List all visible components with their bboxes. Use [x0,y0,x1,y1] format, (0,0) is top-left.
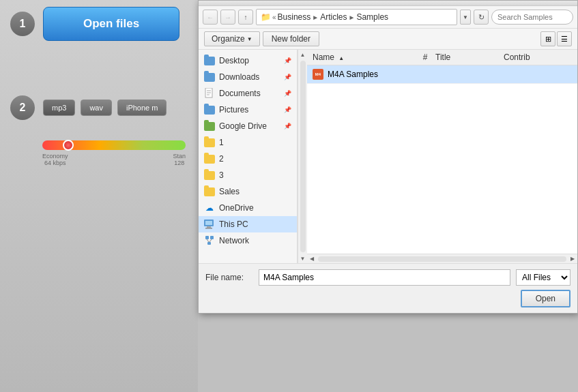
dialog-content: Desktop 📌 Downloads 📌 Documents 📌 [199,50,577,263]
sidebar-item-2[interactable]: 2 [199,151,297,167]
svg-line-11 [207,239,209,242]
documents-pin-icon: 📌 [284,90,291,97]
open-files-button[interactable]: Open files [43,7,179,41]
nav-up-button[interactable]: ↑ [238,10,253,25]
col-header-num[interactable]: # [415,52,435,62]
col-header-contrib[interactable]: Contrib [504,52,572,62]
format-mp3-button[interactable]: mp3 [43,100,75,116]
sidebar-label-googledrive: Google Drive [219,121,267,131]
breadcrumb-dropdown-button[interactable]: ▼ [460,10,471,25]
sidebar-label-onedrive: OneDrive [219,203,254,213]
sidebar-vscroll: ▲ ▼ [298,50,307,263]
downloads-icon [204,72,215,82]
sidebar-item-network[interactable]: Network [199,232,297,249]
nav-forward-button[interactable]: → [220,10,235,25]
format-iphone-button[interactable]: iPhone m [117,100,167,116]
sidebar-item-3[interactable]: 3 [199,167,297,183]
sidebar-section: Desktop 📌 Downloads 📌 Documents 📌 [199,50,307,263]
hscroll-track[interactable] [318,256,566,262]
filename-row: File name: All Files [205,269,570,286]
quality-label-standard: Stan 128 [173,153,186,166]
breadcrumb-sep3: ► [349,14,356,21]
sidebar-label-2: 2 [219,154,224,164]
filename-label: File name: [205,273,253,282]
breadcrumb-business[interactable]: Business [278,12,311,22]
file-list-body: M4 M4A Samples [307,65,577,254]
sidebar-item-googledrive[interactable]: Google Drive 📌 [199,118,297,134]
sidebar-label-documents: Documents [219,89,261,98]
sidebar-label-desktop: Desktop [219,56,249,65]
quality-slider-thumb[interactable] [63,140,74,151]
organize-label: Organize [212,34,245,44]
pictures-pin-icon: 📌 [284,106,291,113]
sidebar-label-3: 3 [219,170,224,180]
step2-number: 2 [10,95,35,120]
format-buttons: mp3 wav iPhone m [43,100,169,116]
sidebar-label-thispc: This PC [219,220,248,229]
svg-rect-9 [210,236,214,239]
vscroll-up-button[interactable]: ▲ [298,50,308,59]
downloads-pin-icon: 📌 [284,74,291,80]
file-name: M4A Samples [328,70,378,79]
sidebar-item-onedrive[interactable]: ☁ OneDrive [199,200,297,216]
view-extra-button[interactable]: ☰ [557,31,572,46]
breadcrumb-samples[interactable]: Samples [356,12,388,22]
filename-input[interactable] [259,269,510,286]
m4a-file-icon: M4 [313,69,323,80]
quality-slider-track[interactable] [42,140,186,150]
dialog-titlebar [199,1,577,6]
hscroll-bar: ◀ ▶ [307,254,577,263]
breadcrumb-sep1: « [272,14,276,21]
sidebar-item-sales[interactable]: Sales [199,183,297,200]
sidebar-label-1: 1 [219,138,224,147]
folder3-icon [204,170,215,181]
new-folder-button[interactable]: New folder [263,31,319,46]
organize-button[interactable]: Organize ▼ [204,31,260,46]
sidebar-label-sales: Sales [219,187,240,196]
svg-rect-7 [205,228,212,229]
dialog-files-panel: Name ▲ # Title Contrib M4 M4A Samples [307,50,577,263]
view-toggle-button[interactable]: ⊞ [540,31,555,46]
step2-row: 2 mp3 wav iPhone m [0,89,198,127]
refresh-button[interactable]: ↻ [474,10,489,25]
sort-arrow-icon: ▲ [338,55,344,61]
sidebar-item-1[interactable]: 1 [199,134,297,151]
googledrive-pin-icon: 📌 [284,123,291,130]
svg-rect-5 [205,221,212,225]
svg-rect-6 [207,226,211,228]
vscroll-down-button[interactable]: ▼ [298,254,308,263]
documents-icon [204,88,215,99]
open-button[interactable]: Open [521,290,570,307]
vscroll-track[interactable] [300,61,306,252]
pictures-icon [204,104,215,115]
breadcrumb-sep2: ► [312,14,319,21]
sidebar-label-network: Network [219,236,249,245]
nav-back-button[interactable]: ← [203,10,218,25]
filetype-select[interactable]: All Files [516,269,570,286]
col-header-name[interactable]: Name ▲ [313,52,415,62]
app-background: 1 Open files 2 mp3 wav iPhone m Economy … [0,0,198,392]
table-row[interactable]: M4 M4A Samples [307,65,577,84]
sidebar-item-thispc[interactable]: This PC [199,216,297,232]
svg-rect-10 [207,242,211,245]
sidebar-label-pictures: Pictures [219,105,248,115]
organize-chevron-icon: ▼ [247,36,252,42]
sidebar-item-documents[interactable]: Documents 📌 [199,85,297,102]
step1-number: 1 [10,12,35,36]
file-open-dialog: ← → ↑ 📁 « Business ► Articles ► Samples … [198,0,578,314]
quality-labels: Economy 64 kbps Stan 128 [42,153,186,166]
breadcrumb-folder-icon: 📁 [261,12,271,22]
breadcrumb-articles[interactable]: Articles [320,12,347,22]
sidebar-item-downloads[interactable]: Downloads 📌 [199,69,297,85]
svg-rect-8 [205,236,209,239]
col-header-title[interactable]: Title [435,52,504,62]
search-input[interactable] [491,10,573,25]
format-wav-button[interactable]: wav [81,100,112,116]
sidebar-label-downloads: Downloads [219,72,259,82]
sidebar-item-desktop[interactable]: Desktop 📌 [199,52,297,69]
desktop-pin-icon: 📌 [284,57,291,64]
sidebar-item-pictures[interactable]: Pictures 📌 [199,102,297,118]
hscroll-right-button[interactable]: ▶ [568,254,577,264]
folder2-icon [204,153,215,164]
hscroll-left-button[interactable]: ◀ [307,254,317,264]
